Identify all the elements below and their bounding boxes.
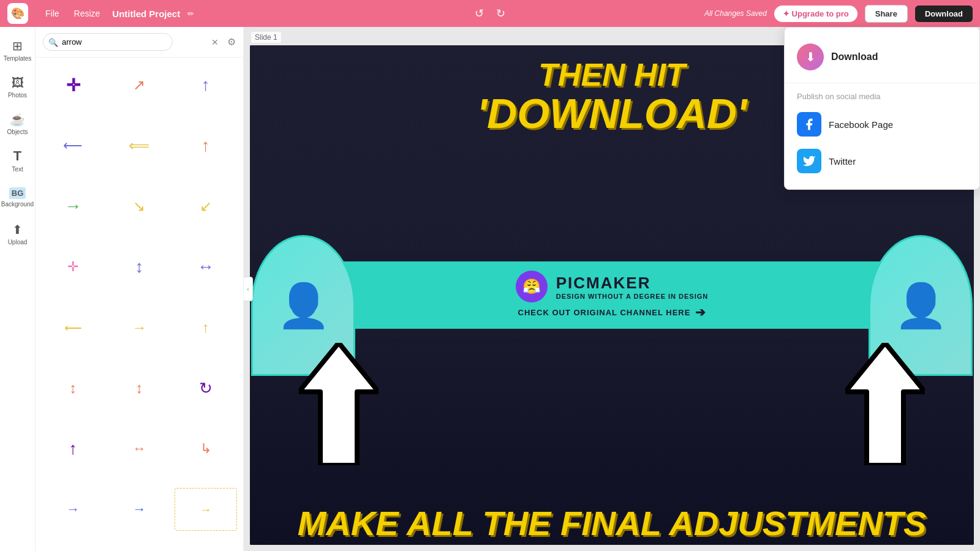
arrow-item[interactable]: ⟸ [108,124,170,167]
sidebar-item-upload[interactable]: ⬆ Upload [2,217,33,251]
social-section-title: Publish on social media [785,89,979,106]
upload-icon: ⬆ [12,222,23,237]
arrow-item[interactable]: ↑ [175,64,237,107]
arrow-item[interactable]: → [42,488,104,531]
twitter-icon [797,149,821,173]
edit-title-icon[interactable]: ✏ [187,9,194,18]
arrow-item[interactable]: ↻ [175,367,237,410]
arrow-item[interactable]: → [42,185,104,228]
twitter-label: Twitter [829,156,856,167]
search-wrap: 🔍 ✕ [43,33,224,51]
search-input[interactable] [43,33,173,51]
dropdown-divider [785,83,979,83]
share-button[interactable]: Share [865,5,908,23]
arrow-item[interactable]: ↑ [42,427,104,470]
banner-tagline: DESIGN WITHOUT A DEGREE IN DESIGN [556,293,709,300]
arrows-grid: ✛↗↑⟵⟸↑→↘↙✛↕↔⟵→↑↕↕↻↑↔↳→→→ [36,58,243,551]
arrow-item[interactable]: ↕ [42,367,104,410]
search-bar: 🔍 ✕ ⚙ [36,27,243,58]
undo-button[interactable]: ↺ [475,7,484,20]
arrow-item[interactable]: ↙ [175,185,237,228]
arrow-item[interactable]: ↘ [108,185,170,228]
app-logo: 🎨 [7,3,28,24]
arrow-item[interactable]: ↔ [175,246,237,288]
text-label: Text [12,166,23,173]
navbar: 🎨 File Resize Untitled Project ✏ ↺ ↻ All… [0,0,980,27]
templates-label: Templates [4,55,32,62]
text-icon: T [13,148,21,164]
download-circle-icon: ⬇ [797,43,824,70]
twitter-item[interactable]: Twitter [785,143,979,179]
download-dropdown: ⬇ Download Publish on social media Faceb… [784,27,980,190]
svg-marker-1 [299,343,379,465]
arrow-item[interactable]: ✛ [42,64,104,107]
background-label: Background [1,201,34,208]
templates-icon: ⊞ [12,39,23,53]
background-icon: BG [9,187,26,199]
arrow-item[interactable]: → [175,488,237,531]
svg-marker-2 [845,343,925,465]
arrow-item[interactable]: ↔ [108,427,170,470]
sidebar-item-text[interactable]: T Text [2,143,33,178]
facebook-label: Facebook Page [829,119,893,130]
banner-picmaker: PICMAKER [556,274,709,293]
arrow-bottom-left [299,343,379,465]
arrow-item[interactable]: ⟵ [42,124,104,167]
panel-collapse-handle[interactable]: ‹ [244,277,253,301]
photos-label: Photos [8,92,27,99]
arrow-item[interactable]: ↳ [175,427,237,470]
arrow-item[interactable]: → [108,306,170,349]
facebook-item[interactable]: Facebook Page [785,106,979,143]
upgrade-button[interactable]: ✦ Upgrade to pro [774,6,858,22]
arrow-item[interactable]: ↑ [175,124,237,167]
project-title[interactable]: Untitled Project [107,9,185,19]
dropdown-download-button[interactable]: ⬇ Download [785,37,979,77]
sidebar-item-objects[interactable]: ☕ Objects [2,107,33,141]
arrow-bottom-right [845,343,925,465]
upload-label: Upload [8,239,28,246]
banner-checkout: CHECK OUT ORIGINAL CHANNEL HERE [518,308,691,317]
search-icon: 🔍 [48,37,58,47]
main-layout: ⊞ Templates 🖼 Photos ☕ Objects T Text BG… [0,27,980,551]
slide-label: Slide 1 [251,32,281,43]
assets-panel: 🔍 ✕ ⚙ ✛↗↑⟵⟸↑→↘↙✛↕↔⟵→↑↕↕↻↑↔↳→→→ [36,27,244,551]
filter-icon[interactable]: ⚙ [227,36,236,48]
dropdown-download-label: Download [831,51,878,62]
canvas-bottom-text: MAKE ALL THE FINAL ADJUSTMENTS [250,506,974,542]
photos-icon: 🖼 [12,76,24,90]
sidebar-item-background[interactable]: BG Background [2,180,33,214]
sidebar-item-photos[interactable]: 🖼 Photos [2,70,33,104]
file-menu[interactable]: File [38,9,67,18]
left-sidebar: ⊞ Templates 🖼 Photos ☕ Objects T Text BG… [0,27,36,551]
sidebar-item-templates[interactable]: ⊞ Templates [2,33,33,67]
arrow-item[interactable]: ↑ [175,306,237,349]
objects-label: Objects [7,129,28,135]
objects-icon: ☕ [10,112,25,127]
arrow-item[interactable]: ↕ [108,246,170,288]
arrow-item[interactable]: → [108,488,170,531]
resize-menu[interactable]: Resize [67,9,108,18]
redo-button[interactable]: ↻ [496,7,505,20]
navbar-center-controls: ↺ ↻ [475,7,505,20]
facebook-icon [797,112,821,137]
arrow-item[interactable]: ↕ [108,367,170,410]
clear-search-icon[interactable]: ✕ [211,37,219,47]
arrow-item[interactable]: ✛ [42,246,104,288]
download-button[interactable]: Download [915,6,973,22]
save-status: All Changes Saved [704,9,767,18]
arrow-item[interactable]: ⟵ [42,306,104,349]
arrow-item[interactable]: ↗ [108,64,170,107]
navbar-right: All Changes Saved ✦ Upgrade to pro Share… [704,5,973,23]
text-make-all: MAKE ALL THE FINAL ADJUSTMENTS [250,506,974,542]
